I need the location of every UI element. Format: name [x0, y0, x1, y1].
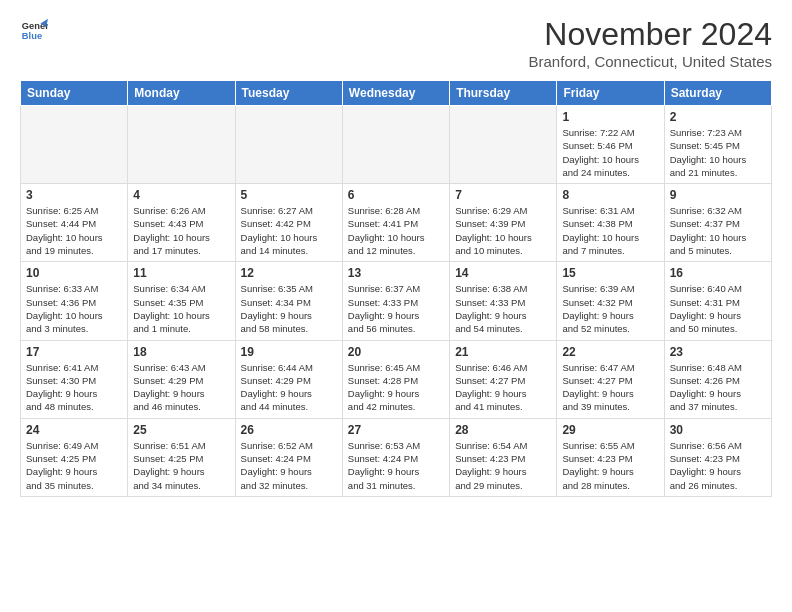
- calendar-cell: 27Sunrise: 6:53 AM Sunset: 4:24 PM Dayli…: [342, 418, 449, 496]
- day-info: Sunrise: 6:34 AM Sunset: 4:35 PM Dayligh…: [133, 282, 229, 335]
- month-title: November 2024: [529, 16, 772, 53]
- calendar-cell: 3Sunrise: 6:25 AM Sunset: 4:44 PM Daylig…: [21, 184, 128, 262]
- calendar-cell: 30Sunrise: 6:56 AM Sunset: 4:23 PM Dayli…: [664, 418, 771, 496]
- day-number: 16: [670, 266, 766, 280]
- day-info: Sunrise: 6:43 AM Sunset: 4:29 PM Dayligh…: [133, 361, 229, 414]
- day-info: Sunrise: 6:49 AM Sunset: 4:25 PM Dayligh…: [26, 439, 122, 492]
- day-info: Sunrise: 6:31 AM Sunset: 4:38 PM Dayligh…: [562, 204, 658, 257]
- day-number: 21: [455, 345, 551, 359]
- weekday-header-friday: Friday: [557, 81, 664, 106]
- calendar-table: SundayMondayTuesdayWednesdayThursdayFrid…: [20, 80, 772, 497]
- day-info: Sunrise: 6:46 AM Sunset: 4:27 PM Dayligh…: [455, 361, 551, 414]
- day-number: 29: [562, 423, 658, 437]
- day-number: 24: [26, 423, 122, 437]
- day-info: Sunrise: 6:48 AM Sunset: 4:26 PM Dayligh…: [670, 361, 766, 414]
- day-number: 5: [241, 188, 337, 202]
- calendar-cell: 6Sunrise: 6:28 AM Sunset: 4:41 PM Daylig…: [342, 184, 449, 262]
- day-number: 11: [133, 266, 229, 280]
- calendar-cell: 4Sunrise: 6:26 AM Sunset: 4:43 PM Daylig…: [128, 184, 235, 262]
- day-info: Sunrise: 6:28 AM Sunset: 4:41 PM Dayligh…: [348, 204, 444, 257]
- calendar-cell: 2Sunrise: 7:23 AM Sunset: 5:45 PM Daylig…: [664, 106, 771, 184]
- calendar-cell: [235, 106, 342, 184]
- day-number: 25: [133, 423, 229, 437]
- day-number: 18: [133, 345, 229, 359]
- weekday-header-saturday: Saturday: [664, 81, 771, 106]
- calendar-cell: 8Sunrise: 6:31 AM Sunset: 4:38 PM Daylig…: [557, 184, 664, 262]
- day-number: 19: [241, 345, 337, 359]
- calendar-cell: 14Sunrise: 6:38 AM Sunset: 4:33 PM Dayli…: [450, 262, 557, 340]
- weekday-header-sunday: Sunday: [21, 81, 128, 106]
- day-info: Sunrise: 6:55 AM Sunset: 4:23 PM Dayligh…: [562, 439, 658, 492]
- calendar-cell: [450, 106, 557, 184]
- calendar-cell: 5Sunrise: 6:27 AM Sunset: 4:42 PM Daylig…: [235, 184, 342, 262]
- day-info: Sunrise: 6:37 AM Sunset: 4:33 PM Dayligh…: [348, 282, 444, 335]
- day-info: Sunrise: 6:39 AM Sunset: 4:32 PM Dayligh…: [562, 282, 658, 335]
- day-number: 7: [455, 188, 551, 202]
- calendar-cell: [21, 106, 128, 184]
- weekday-header-monday: Monday: [128, 81, 235, 106]
- day-number: 15: [562, 266, 658, 280]
- day-info: Sunrise: 6:32 AM Sunset: 4:37 PM Dayligh…: [670, 204, 766, 257]
- day-number: 26: [241, 423, 337, 437]
- day-number: 23: [670, 345, 766, 359]
- day-number: 9: [670, 188, 766, 202]
- day-info: Sunrise: 6:44 AM Sunset: 4:29 PM Dayligh…: [241, 361, 337, 414]
- day-number: 20: [348, 345, 444, 359]
- day-number: 6: [348, 188, 444, 202]
- calendar-cell: 12Sunrise: 6:35 AM Sunset: 4:34 PM Dayli…: [235, 262, 342, 340]
- logo: General Blue: [20, 16, 48, 44]
- calendar-cell: 22Sunrise: 6:47 AM Sunset: 4:27 PM Dayli…: [557, 340, 664, 418]
- day-number: 22: [562, 345, 658, 359]
- day-info: Sunrise: 6:35 AM Sunset: 4:34 PM Dayligh…: [241, 282, 337, 335]
- calendar-cell: 24Sunrise: 6:49 AM Sunset: 4:25 PM Dayli…: [21, 418, 128, 496]
- weekday-header-wednesday: Wednesday: [342, 81, 449, 106]
- day-info: Sunrise: 6:33 AM Sunset: 4:36 PM Dayligh…: [26, 282, 122, 335]
- calendar-cell: 10Sunrise: 6:33 AM Sunset: 4:36 PM Dayli…: [21, 262, 128, 340]
- day-number: 1: [562, 110, 658, 124]
- day-info: Sunrise: 6:38 AM Sunset: 4:33 PM Dayligh…: [455, 282, 551, 335]
- title-block: November 2024 Branford, Connecticut, Uni…: [529, 16, 772, 70]
- day-info: Sunrise: 6:40 AM Sunset: 4:31 PM Dayligh…: [670, 282, 766, 335]
- calendar-cell: 26Sunrise: 6:52 AM Sunset: 4:24 PM Dayli…: [235, 418, 342, 496]
- day-info: Sunrise: 6:27 AM Sunset: 4:42 PM Dayligh…: [241, 204, 337, 257]
- calendar-cell: 19Sunrise: 6:44 AM Sunset: 4:29 PM Dayli…: [235, 340, 342, 418]
- day-number: 27: [348, 423, 444, 437]
- calendar-cell: 23Sunrise: 6:48 AM Sunset: 4:26 PM Dayli…: [664, 340, 771, 418]
- day-number: 2: [670, 110, 766, 124]
- day-number: 30: [670, 423, 766, 437]
- day-number: 13: [348, 266, 444, 280]
- day-info: Sunrise: 6:25 AM Sunset: 4:44 PM Dayligh…: [26, 204, 122, 257]
- logo-icon: General Blue: [20, 16, 48, 44]
- calendar-cell: 18Sunrise: 6:43 AM Sunset: 4:29 PM Dayli…: [128, 340, 235, 418]
- day-info: Sunrise: 7:22 AM Sunset: 5:46 PM Dayligh…: [562, 126, 658, 179]
- calendar-cell: [342, 106, 449, 184]
- calendar-cell: 21Sunrise: 6:46 AM Sunset: 4:27 PM Dayli…: [450, 340, 557, 418]
- calendar-cell: 13Sunrise: 6:37 AM Sunset: 4:33 PM Dayli…: [342, 262, 449, 340]
- day-number: 28: [455, 423, 551, 437]
- day-number: 8: [562, 188, 658, 202]
- day-info: Sunrise: 6:52 AM Sunset: 4:24 PM Dayligh…: [241, 439, 337, 492]
- day-info: Sunrise: 6:54 AM Sunset: 4:23 PM Dayligh…: [455, 439, 551, 492]
- calendar-cell: 16Sunrise: 6:40 AM Sunset: 4:31 PM Dayli…: [664, 262, 771, 340]
- calendar-cell: 17Sunrise: 6:41 AM Sunset: 4:30 PM Dayli…: [21, 340, 128, 418]
- calendar-cell: 1Sunrise: 7:22 AM Sunset: 5:46 PM Daylig…: [557, 106, 664, 184]
- day-info: Sunrise: 6:29 AM Sunset: 4:39 PM Dayligh…: [455, 204, 551, 257]
- day-info: Sunrise: 6:56 AM Sunset: 4:23 PM Dayligh…: [670, 439, 766, 492]
- calendar-cell: 29Sunrise: 6:55 AM Sunset: 4:23 PM Dayli…: [557, 418, 664, 496]
- calendar-cell: 11Sunrise: 6:34 AM Sunset: 4:35 PM Dayli…: [128, 262, 235, 340]
- day-info: Sunrise: 6:47 AM Sunset: 4:27 PM Dayligh…: [562, 361, 658, 414]
- day-number: 17: [26, 345, 122, 359]
- calendar-cell: [128, 106, 235, 184]
- calendar-cell: 25Sunrise: 6:51 AM Sunset: 4:25 PM Dayli…: [128, 418, 235, 496]
- calendar-cell: 15Sunrise: 6:39 AM Sunset: 4:32 PM Dayli…: [557, 262, 664, 340]
- calendar-cell: 20Sunrise: 6:45 AM Sunset: 4:28 PM Dayli…: [342, 340, 449, 418]
- day-number: 14: [455, 266, 551, 280]
- weekday-header-thursday: Thursday: [450, 81, 557, 106]
- weekday-header-tuesday: Tuesday: [235, 81, 342, 106]
- header: General Blue November 2024 Branford, Con…: [20, 16, 772, 70]
- calendar-cell: 7Sunrise: 6:29 AM Sunset: 4:39 PM Daylig…: [450, 184, 557, 262]
- day-number: 3: [26, 188, 122, 202]
- day-info: Sunrise: 6:51 AM Sunset: 4:25 PM Dayligh…: [133, 439, 229, 492]
- calendar-cell: 9Sunrise: 6:32 AM Sunset: 4:37 PM Daylig…: [664, 184, 771, 262]
- day-info: Sunrise: 7:23 AM Sunset: 5:45 PM Dayligh…: [670, 126, 766, 179]
